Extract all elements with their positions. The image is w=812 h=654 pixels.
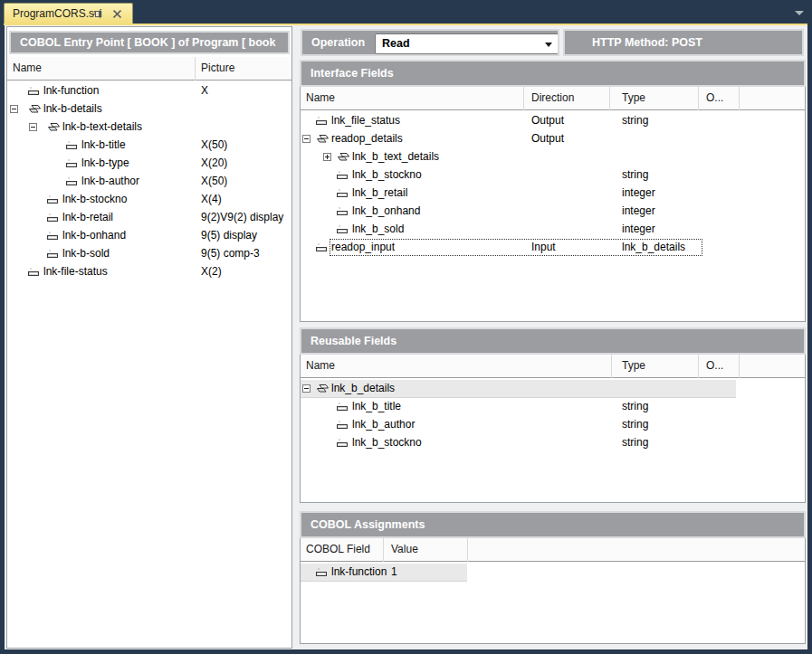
column-header[interactable]: Direction [531, 91, 574, 104]
column-header-row: NameTypeO... [301, 355, 805, 378]
collapse-icon[interactable] [302, 135, 310, 143]
tree-row[interactable]: readop_detailsOutput [301, 130, 805, 148]
field-name: lnk_b_stockno [352, 434, 422, 451]
tree-row[interactable]: lnk-b-retail9(2)V9(2) display [7, 209, 291, 227]
interface-table: NameDirectionTypeO...lnk_file_statusOutp… [301, 87, 805, 321]
interface-fields-header: Interface Fields [300, 60, 806, 87]
field-icon [46, 213, 60, 224]
tree-row[interactable]: lnk-functionX [7, 82, 291, 100]
field-value: string [622, 416, 648, 433]
interface-fields-title: Interface Fields [310, 67, 394, 80]
column-header[interactable]: Name [13, 62, 42, 74]
field-name: lnk_file_status [331, 112, 400, 129]
service-interface-panel: Operation Read HTTP Method: POST Interfa… [299, 26, 807, 649]
tree-row[interactable]: lnk-b-authorX(50) [7, 173, 291, 191]
operation-select[interactable]: Read [375, 33, 559, 54]
tree-row[interactable]: lnk_b_onhandinteger [301, 203, 805, 221]
pin-icon[interactable] [91, 8, 103, 20]
column-header[interactable]: Name [306, 359, 335, 372]
tree-row[interactable]: lnk_file_statusOutputstring [301, 112, 805, 130]
column-header[interactable]: Type [622, 91, 645, 104]
tree-row[interactable]: lnk-function1 [301, 564, 805, 582]
field-name: lnk_b_retail [352, 185, 407, 202]
field-name: lnk-function [331, 564, 387, 581]
field-value: 9(5) display [201, 227, 257, 244]
collapse-icon[interactable] [10, 105, 18, 113]
field-value: integer [622, 185, 655, 202]
field-name: lnk_b_sold [352, 221, 404, 238]
field-name: lnk-file-status [43, 263, 108, 280]
field-name: lnk-b-onhand [62, 227, 126, 244]
column-separator[interactable] [739, 87, 740, 110]
field-value: string [622, 398, 648, 415]
field-name: lnk_b_author [352, 416, 415, 433]
group-field-icon [315, 384, 329, 395]
field-name: lnk_b_onhand [352, 203, 420, 220]
tree-row[interactable]: readop_inputInputlnk_b_details [301, 239, 805, 257]
column-header[interactable]: Value [391, 543, 418, 555]
column-header[interactable]: Name [306, 91, 335, 104]
tree-row[interactable]: lnk_b_stocknostring [301, 434, 805, 452]
field-value: X(2) [201, 263, 222, 280]
tree-row[interactable]: lnk_b_soldinteger [301, 221, 805, 239]
tree-row[interactable]: lnk-file-statusX(2) [7, 263, 291, 281]
field-name: lnk_b_title [352, 398, 401, 415]
collapse-icon[interactable] [302, 384, 310, 393]
tree-rows: lnk_b_detailslnk_b_titlestringlnk_b_auth… [301, 380, 805, 502]
expand-icon[interactable] [323, 153, 331, 161]
tree-row[interactable]: lnk-b-titleX(50) [7, 137, 291, 155]
tab-title: ProgramCORS.svi [13, 7, 102, 20]
column-header[interactable]: Picture [201, 62, 234, 74]
field-name: lnk_b_stockno [352, 166, 422, 184]
column-separator[interactable] [739, 355, 740, 378]
tab-list-dropdown-icon[interactable] [795, 11, 804, 15]
tree-row[interactable]: lnk_b_text_details [301, 148, 805, 166]
field-name: readop_input [331, 239, 395, 256]
cobol-assignments-header: COBOL Assignments [300, 511, 806, 538]
column-header[interactable]: Type [622, 359, 645, 372]
document-area: COBOL Entry Point [ BOOK ] of Program [ … [5, 25, 807, 649]
column-separator[interactable] [195, 57, 196, 81]
field-value: lnk_b_details [622, 239, 685, 256]
tree-row[interactable]: lnk_b_stocknostring [301, 166, 805, 185]
column-header-row: COBOL FieldValue [301, 538, 805, 562]
tree-row[interactable]: lnk-b-sold9(5) comp-3 [7, 245, 291, 263]
field-value: string [622, 166, 648, 184]
field-value: Output [531, 130, 564, 147]
field-value: 9(5) comp-3 [201, 245, 260, 262]
tree-row[interactable]: lnk_b_details [301, 380, 805, 398]
column-separator[interactable] [698, 355, 699, 378]
column-separator[interactable] [523, 87, 524, 110]
field-icon [27, 267, 41, 279]
tree-row[interactable]: lnk_b_authorstring [301, 416, 805, 434]
tree-row[interactable]: lnk-b-stocknoX(4) [7, 191, 291, 209]
column-separator[interactable] [383, 538, 384, 562]
tree-row[interactable]: lnk_b_titlestring [301, 398, 805, 416]
column-header[interactable]: O... [706, 91, 723, 104]
column-separator[interactable] [611, 355, 612, 378]
field-name: lnk-b-author [81, 173, 139, 190]
column-header-row: NamePicture [7, 57, 291, 81]
document-tab[interactable]: ProgramCORS.svi [4, 3, 133, 24]
field-name: readop_details [331, 130, 403, 147]
tree-row[interactable]: lnk_b_retailinteger [301, 185, 805, 203]
field-name: lnk_b_details [331, 380, 395, 397]
tree-row[interactable]: lnk-b-typeX(20) [7, 155, 291, 173]
field-name: lnk-b-sold [62, 245, 110, 262]
column-header[interactable]: O... [706, 359, 723, 372]
field-icon [336, 420, 349, 431]
column-separator[interactable] [467, 538, 468, 562]
tree-row[interactable]: lnk-b-details [7, 100, 291, 118]
operation-bar: Operation Read [301, 29, 559, 56]
column-header[interactable]: COBOL Field [306, 543, 370, 555]
close-icon[interactable] [111, 8, 123, 20]
column-separator[interactable] [698, 87, 699, 110]
tree-row[interactable]: lnk-b-text-details [7, 118, 291, 137]
tree-rows: lnk_file_statusOutputstringreadop_detail… [301, 112, 805, 321]
tree-row[interactable]: lnk-b-onhand9(5) display [7, 227, 291, 245]
collapse-icon[interactable] [29, 123, 37, 131]
field-value: Output [531, 112, 564, 129]
cobol-table: COBOL FieldValuelnk-function1 [301, 538, 805, 643]
field-icon [46, 231, 60, 242]
column-separator[interactable] [609, 87, 610, 110]
